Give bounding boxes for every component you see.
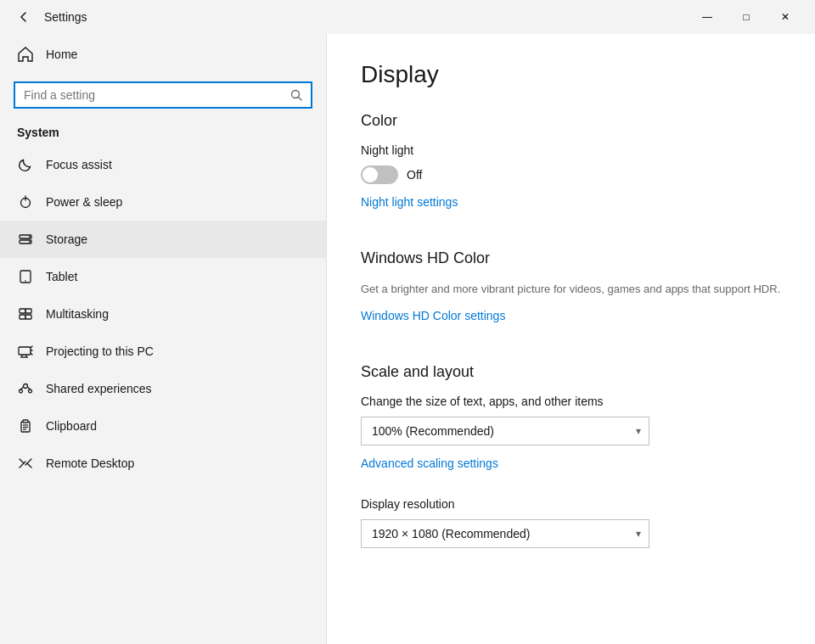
night-light-toggle-text: Off xyxy=(407,168,422,182)
svg-point-6 xyxy=(29,236,31,238)
svg-point-21 xyxy=(24,384,28,389)
sidebar-item-projecting[interactable]: Projecting to this PC xyxy=(0,333,326,370)
moon-icon xyxy=(17,156,34,173)
resolution-dropdown[interactable]: 1920 × 1080 (Recommended) xyxy=(361,519,649,548)
multitasking-label: Multitasking xyxy=(46,307,109,321)
svg-line-25 xyxy=(28,388,31,390)
svg-rect-12 xyxy=(20,315,25,319)
sidebar-item-clipboard[interactable]: Clipboard xyxy=(0,407,326,445)
svg-rect-11 xyxy=(25,309,31,313)
sidebar-item-tablet[interactable]: Tablet xyxy=(0,258,326,295)
sidebar-item-storage[interactable]: Storage xyxy=(0,221,326,258)
sidebar-item-remote[interactable]: Remote Desktop xyxy=(0,445,326,482)
tablet-label: Tablet xyxy=(46,270,77,283)
svg-point-7 xyxy=(29,241,31,243)
night-light-toggle[interactable] xyxy=(361,165,398,184)
sidebar-item-power-sleep[interactable]: Power & sleep xyxy=(0,183,326,221)
sidebar-item-shared[interactable]: Shared experiences xyxy=(0,370,326,407)
scale-layout-section: Scale and layout Change the size of text… xyxy=(361,363,781,558)
sidebar-item-home[interactable]: Home xyxy=(0,34,326,75)
size-label: Change the size of text, apps, and other… xyxy=(361,395,781,408)
maximize-button[interactable]: □ xyxy=(727,3,766,31)
sidebar: Home System Focus assist xyxy=(0,34,327,644)
hd-color-section: Windows HD Color Get a brighter and more… xyxy=(361,249,781,343)
svg-rect-13 xyxy=(25,315,31,319)
svg-rect-27 xyxy=(23,420,28,423)
night-light-label: Night light xyxy=(361,143,781,157)
svg-line-32 xyxy=(27,459,31,463)
scale-dropdown-wrap: 100% (Recommended) 125% 150% 175% ▾ xyxy=(361,417,649,445)
close-button[interactable]: ✕ xyxy=(766,3,805,31)
main-layout: Home System Focus assist xyxy=(0,34,815,644)
svg-line-24 xyxy=(21,388,24,390)
svg-line-1 xyxy=(299,98,302,101)
sidebar-item-multitasking[interactable]: Multitasking xyxy=(0,295,326,333)
scale-dropdown[interactable]: 100% (Recommended) 125% 150% 175% xyxy=(361,417,649,445)
projecting-label: Projecting to this PC xyxy=(46,344,154,358)
shared-label: Shared experiences xyxy=(46,382,152,395)
scale-layout-title: Scale and layout xyxy=(361,363,781,381)
system-label: System xyxy=(0,122,326,146)
hd-color-title: Windows HD Color xyxy=(361,249,781,267)
color-section-title: Color xyxy=(361,112,781,130)
tablet-icon xyxy=(17,268,34,285)
back-icon xyxy=(17,10,31,24)
home-label: Home xyxy=(46,48,77,61)
storage-icon xyxy=(17,231,34,248)
page-title: Display xyxy=(361,61,781,88)
titlebar: Settings — □ ✕ xyxy=(0,0,815,34)
night-light-settings-link[interactable]: Night light settings xyxy=(361,195,458,209)
hd-color-description: Get a brighter and more vibrant picture … xyxy=(361,281,781,298)
color-section: Color Night light Off Night light settin… xyxy=(361,112,781,229)
svg-line-31 xyxy=(20,463,24,468)
power-icon xyxy=(17,193,34,210)
back-button[interactable] xyxy=(10,3,37,31)
content-area: Display Color Night light Off Night ligh… xyxy=(327,34,815,644)
resolution-label: Display resolution xyxy=(361,497,781,511)
window-controls: — □ ✕ xyxy=(688,3,805,31)
sidebar-item-focus-assist[interactable]: Focus assist xyxy=(0,146,326,183)
svg-rect-10 xyxy=(20,309,25,313)
power-sleep-label: Power & sleep xyxy=(46,195,122,209)
svg-rect-14 xyxy=(19,347,31,355)
svg-line-18 xyxy=(31,346,32,348)
focus-assist-label: Focus assist xyxy=(46,158,112,171)
clipboard-icon xyxy=(17,417,34,434)
resolution-dropdown-wrap: 1920 × 1080 (Recommended) ▾ xyxy=(361,519,649,548)
shared-icon xyxy=(17,380,34,397)
search-box[interactable] xyxy=(14,81,312,109)
minimize-button[interactable]: — xyxy=(688,3,727,31)
project-icon xyxy=(17,343,34,360)
storage-label: Storage xyxy=(46,232,87,246)
search-input[interactable] xyxy=(24,88,290,102)
app-title: Settings xyxy=(44,10,87,24)
hd-color-link[interactable]: Windows HD Color settings xyxy=(361,309,505,322)
multitask-icon xyxy=(17,305,34,322)
advanced-scaling-link[interactable]: Advanced scaling settings xyxy=(361,456,498,470)
search-icon xyxy=(290,89,302,101)
remote-label: Remote Desktop xyxy=(46,456,134,470)
clipboard-label: Clipboard xyxy=(46,419,97,433)
home-icon xyxy=(17,46,34,63)
remote-icon xyxy=(17,455,34,472)
night-light-toggle-row: Off xyxy=(361,165,781,184)
svg-point-9 xyxy=(25,280,26,282)
